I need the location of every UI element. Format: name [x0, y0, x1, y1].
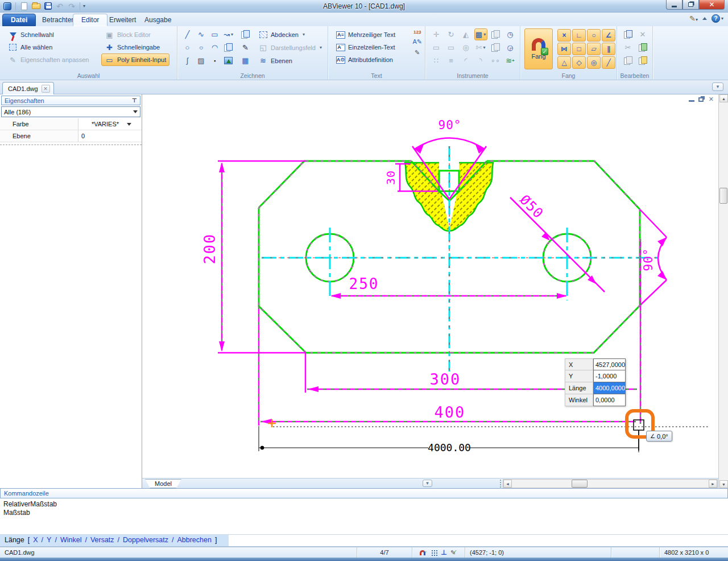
- pick-icon[interactable]: ◎: [460, 42, 473, 53]
- x-value-field[interactable]: 4527,0000: [593, 358, 626, 370]
- add-to-stack-icon[interactable]: ≋+: [504, 55, 517, 67]
- command-prompt-bar[interactable]: Länge [ X / Y / Winkel / Versatz / Doppe…: [0, 535, 728, 547]
- trim-icon[interactable]: ✄▾: [474, 42, 487, 53]
- mdi-close-icon[interactable]: ✕: [709, 96, 714, 102]
- command-history[interactable]: RelativerMaßstab Maßstab: [0, 498, 728, 535]
- schnellwahl-button[interactable]: Schnellwahl: [5, 28, 92, 41]
- drawing-canvas[interactable]: 200 250 300 400 30 Ø50 90° 90°: [142, 94, 718, 478]
- schnelleingabe-button[interactable]: ✚Schnelleingabe: [101, 41, 169, 53]
- point-icon[interactable]: ▪: [208, 55, 221, 67]
- new-file-icon[interactable]: [19, 1, 29, 11]
- redo-icon[interactable]: ↷: [67, 1, 77, 11]
- document-tab[interactable]: CAD1.dwg ✕: [2, 82, 54, 94]
- document-tab-close-icon[interactable]: ✕: [42, 85, 50, 93]
- prompt-option-abbrechen[interactable]: Abbrechen: [177, 536, 211, 544]
- table-icon[interactable]: ▦: [239, 55, 252, 67]
- splitter-handle[interactable]: [499, 479, 502, 488]
- copy2-icon[interactable]: [489, 42, 502, 53]
- move-icon[interactable]: ✛: [430, 28, 443, 40]
- ortho-toggle-icon[interactable]: ⊥: [441, 548, 447, 556]
- save-file-icon[interactable]: [43, 1, 53, 11]
- mehrzeiliger-text-button[interactable]: A≡Mehrzeiliger Text: [333, 28, 399, 41]
- tab-model[interactable]: Model: [145, 479, 181, 488]
- vertical-scroll-thumb[interactable]: [719, 188, 727, 204]
- laenge-value-field[interactable]: 4000,0000: [593, 382, 626, 394]
- snap-tangent-icon[interactable]: ◎: [587, 56, 601, 69]
- mdi-restore-icon[interactable]: [698, 97, 704, 102]
- snap-parallel-icon[interactable]: ∥: [602, 43, 615, 55]
- snap-endpoint-icon[interactable]: ∟: [572, 29, 586, 42]
- farbe-value-dropdown[interactable]: *VARIES*: [78, 118, 142, 130]
- minimize-button[interactable]: [666, 0, 682, 10]
- mdi-minimize-icon[interactable]: [689, 97, 694, 102]
- copy-with-point-icon[interactable]: [622, 55, 635, 67]
- app-icon[interactable]: [2, 1, 13, 11]
- chamfer-icon[interactable]: ◝: [474, 55, 487, 67]
- snap-intersection-icon[interactable]: ×: [557, 29, 571, 42]
- fillet-icon[interactable]: ◜: [460, 55, 473, 67]
- restore-button[interactable]: [682, 0, 699, 10]
- edit-text-icon[interactable]: A✎: [412, 38, 422, 46]
- scroll-left-icon[interactable]: ◄: [503, 480, 512, 488]
- fang-button[interactable]: ✓ Fang: [524, 28, 553, 69]
- prompt-option-versatz[interactable]: Versatz: [90, 536, 114, 544]
- help-button[interactable]: ?▾: [712, 14, 723, 23]
- spline-icon[interactable]: ∫: [181, 55, 194, 67]
- grid-toggle-icon[interactable]: [431, 549, 437, 556]
- prompt-option-x[interactable]: X: [33, 536, 38, 544]
- snap-toggle-icon[interactable]: ✓: [420, 550, 427, 555]
- abdecken-button[interactable]: Abdecken▾: [255, 28, 325, 41]
- align-icon[interactable]: ≡: [445, 55, 458, 67]
- arc-icon[interactable]: ◠: [208, 42, 221, 53]
- poly-einheit-input-button[interactable]: ▭Poly Einheit-Input: [101, 53, 169, 66]
- scale-icon[interactable]: ∷: [430, 55, 443, 67]
- scroll-down-icon[interactable]: ▼: [719, 480, 728, 488]
- scroll-up-icon[interactable]: ▲: [719, 94, 728, 102]
- tab-datei[interactable]: Datei: [2, 14, 36, 26]
- snap-angle-icon[interactable]: ∠: [602, 29, 615, 42]
- copy-object-icon[interactable]: [222, 42, 235, 53]
- block-editor-button[interactable]: ▣Block Editor: [101, 28, 169, 41]
- prompt-option-winkel[interactable]: Winkel: [60, 536, 82, 544]
- polyline-icon[interactable]: ↝▾: [222, 28, 235, 40]
- open-file-icon[interactable]: [31, 1, 41, 11]
- edit-attribute-icon[interactable]: ✎: [415, 49, 420, 56]
- draw-toggle-icon[interactable]: ✎✓: [450, 549, 457, 556]
- ebene-value[interactable]: 0: [78, 130, 142, 142]
- array-rect2-icon[interactable]: ▭: [445, 42, 458, 53]
- paste-special-icon[interactable]: [636, 55, 650, 67]
- cad-drawing[interactable]: 200 250 300 400 30 Ø50 90° 90°: [142, 94, 718, 478]
- snap-node-icon[interactable]: □: [572, 43, 586, 55]
- attributdefinition-button[interactable]: A⚙Attributdefinition: [333, 53, 399, 66]
- pin-icon[interactable]: ⊤: [132, 97, 137, 104]
- selection-filter-dropdown[interactable]: Alle (186): [1, 106, 140, 117]
- scroll-right-icon[interactable]: ►: [709, 480, 717, 488]
- snap-center-icon[interactable]: ○: [587, 29, 601, 42]
- group-icon[interactable]: ∘∘: [489, 55, 502, 67]
- copy-icon[interactable]: [489, 28, 502, 40]
- prompt-option-doppelversatz[interactable]: Doppelversatz: [123, 536, 168, 544]
- alle-waehlen-button[interactable]: Alle wählen: [5, 41, 92, 53]
- quick-access-dropdown-icon[interactable]: ▾: [83, 3, 85, 9]
- cut-icon[interactable]: ✂: [622, 42, 635, 53]
- snap-quadrant-icon[interactable]: ◇: [572, 56, 586, 69]
- close-button[interactable]: ✕: [699, 0, 725, 10]
- properties-header[interactable]: Eigenschaften ⊤: [1, 96, 140, 105]
- darstellungsfeld-button[interactable]: ◱Darstellungsfeld▾: [255, 42, 325, 54]
- image-icon[interactable]: [222, 55, 235, 67]
- array-rect-icon[interactable]: ▭: [430, 42, 443, 53]
- numbering-icon[interactable]: 12̲3: [413, 30, 421, 35]
- rectangle-icon[interactable]: ▭: [208, 28, 221, 40]
- style-edit-icon[interactable]: ✎▾: [689, 14, 698, 23]
- rotate-icon[interactable]: ↻: [445, 28, 458, 40]
- snap-midpoint-icon[interactable]: ⋈: [557, 43, 571, 55]
- vertical-scrollbar[interactable]: ▲ ▼: [718, 94, 728, 488]
- tab-list-chevron-icon[interactable]: ▼: [712, 82, 723, 91]
- draw-order-icon[interactable]: ▩▾: [474, 28, 487, 40]
- pen-icon[interactable]: ✎: [239, 42, 252, 53]
- prompt-option-y[interactable]: Y: [47, 536, 51, 544]
- horizontal-scrollbar[interactable]: ◄ ►: [503, 479, 718, 488]
- snap-nearest-icon[interactable]: ╱: [602, 56, 615, 69]
- command-line-header[interactable]: Kommandozeile: [0, 488, 728, 498]
- delete-icon[interactable]: ✕: [636, 28, 650, 40]
